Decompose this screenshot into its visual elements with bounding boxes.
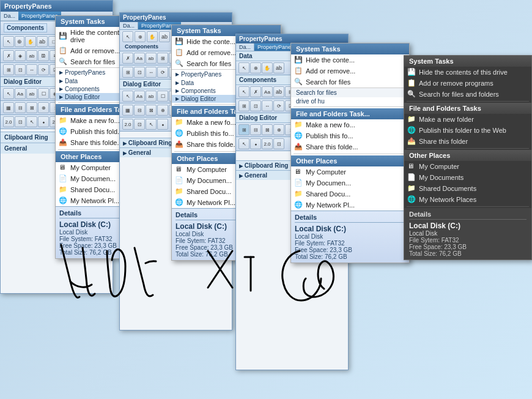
- btn-zoom[interactable]: ⊕: [15, 36, 24, 47]
- btn-m3[interactable]: Aa: [262, 86, 273, 97]
- my-docs-dark[interactable]: 📄 My Documents: [404, 172, 531, 183]
- network-icon-3: 🌐: [294, 201, 303, 209]
- btn-a1[interactable]: ✗: [3, 50, 14, 61]
- nav-da-3[interactable]: Da...: [236, 43, 254, 51]
- btn-i3[interactable]: ab: [146, 91, 157, 102]
- btn-l1[interactable]: ↖: [238, 62, 249, 73]
- details-section-3: Details Local Disk (C:) Local Disk File …: [291, 211, 409, 263]
- my-docs-3[interactable]: 📄 My Documen...: [291, 177, 409, 188]
- share-dark[interactable]: 📤 Share this folder: [404, 136, 531, 147]
- btn-p2[interactable]: ⬥: [250, 138, 261, 149]
- disk-label-dark: Local Disk (C:): [409, 222, 526, 230]
- sep-dark-1: [407, 101, 529, 102]
- btn-e4[interactable]: ⬥: [38, 116, 49, 127]
- btn-p1[interactable]: ↖: [238, 138, 249, 149]
- btn-f3[interactable]: ✋: [147, 31, 158, 42]
- btn-o2[interactable]: ⊟: [250, 124, 261, 135]
- share-3[interactable]: 📤 Share this folde...: [291, 141, 409, 152]
- btn-f2[interactable]: ⊕: [135, 31, 146, 42]
- btn-j4[interactable]: ⊕: [157, 105, 168, 116]
- btn-k1[interactable]: 2.0: [122, 119, 133, 130]
- btn-b1[interactable]: ⊞: [3, 64, 14, 75]
- my-computer-3[interactable]: 🖥 My Computer: [291, 166, 409, 177]
- btn-a2[interactable]: ◈: [15, 50, 26, 61]
- btn-d1[interactable]: ▦: [3, 102, 14, 113]
- menu-hide-dark[interactable]: 💾 Hide the contents of this drive: [404, 67, 531, 78]
- btn-g2[interactable]: Aa: [134, 53, 145, 64]
- btn-e2[interactable]: ⊡: [15, 116, 26, 127]
- menu-add-3[interactable]: 📋 Add or remove...: [291, 65, 409, 76]
- btn-j1[interactable]: ▦: [122, 105, 133, 116]
- btn-e1[interactable]: 2.0: [3, 116, 14, 127]
- btn-m2[interactable]: ✗: [250, 86, 261, 97]
- btn-g4[interactable]: ⊞: [157, 53, 168, 64]
- shared-docs-3[interactable]: 📁 Shared Docu...: [291, 188, 409, 200]
- btn-o4[interactable]: ⊕: [273, 124, 284, 135]
- btn-h1[interactable]: ⊞: [122, 67, 133, 78]
- menu-search-3[interactable]: 🔍 Search for files: [291, 76, 409, 88]
- btn-b4[interactable]: ⟳: [38, 64, 49, 75]
- btn-k3[interactable]: ↖: [146, 119, 157, 130]
- nav-propertypanes[interactable]: Da...: [1, 12, 18, 21]
- btn-hand[interactable]: ✋: [25, 36, 36, 47]
- btn-a3[interactable]: ab: [26, 50, 37, 61]
- btn-m1[interactable]: ↖: [238, 86, 249, 97]
- btn-n2[interactable]: ⊡: [250, 100, 261, 111]
- btn-c3[interactable]: ab: [26, 88, 37, 99]
- btn-g1[interactable]: ✗: [122, 53, 133, 64]
- btn-j3[interactable]: ⊠: [146, 105, 157, 116]
- menu-hide-3[interactable]: 💾 Hide the conte...: [291, 54, 409, 65]
- btn-k2[interactable]: ⊡: [134, 119, 145, 130]
- btn-f1[interactable]: ↖: [122, 31, 133, 42]
- btn-g3[interactable]: ab: [146, 53, 157, 64]
- menu-search-dark[interactable]: 🔍 Search for files and folders: [404, 89, 531, 100]
- btn-cursor[interactable]: ↖: [3, 36, 14, 47]
- publish-3[interactable]: 🌐 Publish this fo...: [291, 130, 409, 141]
- btn-h2[interactable]: ⊡: [134, 67, 145, 78]
- btn-l2[interactable]: ⊕: [250, 62, 261, 73]
- btn-n1[interactable]: ⊞: [238, 100, 249, 111]
- btn-c2[interactable]: Aa: [15, 88, 26, 99]
- drive-icon-3: 💾: [294, 56, 303, 64]
- my-computer-dark[interactable]: 🖥 My Computer: [404, 161, 531, 172]
- shared-icon-dark: 📁: [407, 184, 416, 193]
- btn-a4[interactable]: 🖺: [38, 50, 49, 61]
- btn-f4[interactable]: ab: [159, 31, 170, 42]
- make-folder-3[interactable]: 📁 Make a new fo...: [291, 119, 409, 130]
- btn-d3[interactable]: ⊠: [26, 102, 37, 113]
- btn-h3[interactable]: ↔: [146, 67, 157, 78]
- btn-j2[interactable]: ⊟: [134, 105, 145, 116]
- btn-c1[interactable]: ↖: [3, 88, 14, 99]
- btn-text[interactable]: ab: [37, 36, 48, 47]
- btn-b3[interactable]: ↔: [26, 64, 37, 75]
- arrow-data-2: ▶: [175, 80, 179, 86]
- btn-h4[interactable]: ⟳: [157, 67, 168, 78]
- nav-da-2[interactable]: Da...: [120, 22, 138, 29]
- btn-e3[interactable]: ↖: [26, 116, 37, 127]
- btn-i2[interactable]: Aa: [134, 91, 145, 102]
- btn-i4[interactable]: ☐: [157, 91, 168, 102]
- btn-i1[interactable]: ↖: [122, 91, 133, 102]
- btn-p4[interactable]: ⊡: [273, 138, 284, 149]
- btn-p3[interactable]: 2.0: [262, 138, 273, 149]
- btn-l4[interactable]: ab: [273, 62, 284, 73]
- make-folder-dark[interactable]: 📁 Make a new folder: [404, 114, 531, 125]
- network-3[interactable]: 🌐 My Network Pl...: [291, 200, 409, 211]
- btn-l3[interactable]: ✋: [262, 62, 273, 73]
- btn-m4[interactable]: ab: [273, 86, 284, 97]
- folder-icon-2: 📁: [175, 118, 183, 127]
- shared-docs-dark[interactable]: 📁 Shared Documents: [404, 183, 531, 194]
- btn-d4[interactable]: ⊕: [38, 102, 49, 113]
- btn-b2[interactable]: ⊡: [15, 64, 26, 75]
- menu-add-dark[interactable]: 📋 Add or remove programs: [404, 78, 531, 89]
- btn-o3[interactable]: ⊠: [262, 124, 273, 135]
- btn-d2[interactable]: ⊟: [15, 102, 26, 113]
- btn-n4[interactable]: ⟳: [273, 100, 284, 111]
- docs-icon-1: 📄: [59, 174, 67, 183]
- btn-k4[interactable]: ⬥: [157, 119, 168, 130]
- btn-o1[interactable]: ⊞: [238, 124, 249, 135]
- btn-n3[interactable]: ↔: [262, 100, 273, 111]
- btn-c4[interactable]: ☐: [38, 88, 49, 99]
- network-dark[interactable]: 🌐 My Network Places: [404, 194, 531, 205]
- publish-dark[interactable]: 🌐 Publish this folder to the Web: [404, 125, 531, 136]
